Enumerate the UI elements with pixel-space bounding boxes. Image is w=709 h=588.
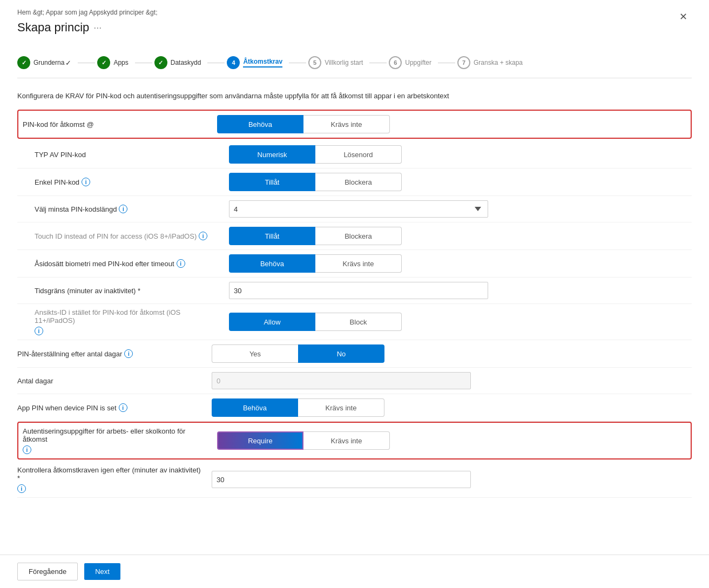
toggle-touch-id: Tillåt Blockera — [229, 227, 692, 245]
toggle-biometri: Behöva Krävs inte — [229, 254, 692, 273]
btn-autentisering-require[interactable]: Require — [217, 431, 303, 450]
footer-bar: Föregående Next — [0, 555, 709, 588]
toggle-pin-type: Numerisk Lösenord — [229, 145, 692, 164]
input-tidsgrans[interactable] — [229, 282, 488, 299]
info-icon-kontrollera[interactable]: i — [17, 484, 26, 493]
info-icon-pin-reset[interactable]: i — [124, 349, 133, 358]
step-label-grunderna: Grunderna — [33, 59, 64, 66]
btn-autentisering-kravs[interactable]: Krävs inte — [303, 431, 390, 450]
step-granska[interactable]: 7 Granska + skapa — [457, 56, 523, 69]
btn-simple-pin-blockera[interactable]: Blockera — [315, 173, 402, 191]
btn-simple-pin-tillat[interactable]: Tillåt — [229, 173, 315, 191]
btn-biometri-kravs[interactable]: Krävs inte — [315, 254, 402, 273]
btn-app-pin-kravs[interactable]: Krävs inte — [298, 398, 384, 417]
btn-ansikts-id-allow[interactable]: Allow — [229, 313, 315, 331]
label-simple-pin: Enkel PIN-kod i — [35, 178, 229, 186]
page-options-dots[interactable]: ··· — [93, 22, 102, 33]
row-tidsgrans: Tidsgräns (minuter av inaktivitet) * — [17, 278, 692, 304]
label-kontrollera: Kontrollera åtkomstkraven igen efter (mi… — [17, 466, 212, 493]
row-pin-access: PIN-kod för åtkomst @ Behöva Krävs inte — [17, 110, 692, 139]
step-circle-uppgifter: 6 — [389, 56, 402, 69]
step-circle-villkorlig: 5 — [308, 56, 321, 69]
step-apps[interactable]: ✓ Apps — [97, 56, 128, 69]
wizard-steps: ✓ Grunderna ✓ ✓ Apps ✓ Dataskydd 4 Åtkom… — [17, 48, 692, 78]
row-touch-id: Touch ID instead of PIN for access (iOS … — [17, 222, 692, 250]
input-kontrollera[interactable] — [212, 471, 471, 488]
page-header: Skapa princip ··· ✕ — [17, 21, 692, 35]
row-pin-type: TYP AV PIN-kod Numerisk Lösenord — [17, 141, 692, 168]
step-sep-2 — [135, 63, 152, 63]
footer-spacer — [17, 498, 692, 541]
toggle-app-pin: Behöva Krävs inte — [212, 398, 692, 417]
description-text: Konfigurera de KRAV för PIN-kod och aute… — [17, 91, 692, 101]
label-tidsgrans: Tidsgräns (minuter av inaktivitet) * — [35, 287, 229, 295]
label-app-pin: App PIN when device PIN is set i — [17, 403, 212, 412]
btn-pin-access-kravs[interactable]: Krävs inte — [303, 115, 390, 133]
step-circle-apps: ✓ — [97, 56, 110, 69]
step-sep-3 — [207, 63, 225, 63]
input-antal-dagar[interactable] — [212, 372, 471, 389]
info-icon-app-pin[interactable]: i — [119, 403, 127, 412]
toggle-pin-reset: Yes No — [212, 344, 692, 363]
toggle-simple-pin: Tillåt Blockera — [229, 173, 692, 191]
label-pin-reset: PIN-återställning efter antal dagar i — [17, 349, 212, 358]
label-touch-id: Touch ID instead of PIN for access (iOS … — [35, 232, 229, 240]
page-title: Skapa princip — [17, 21, 89, 35]
close-button[interactable]: ✕ — [675, 9, 692, 25]
row-ansikts-id: Ansikts-ID i stället för PIN-kod för åtk… — [17, 304, 692, 340]
step-uppgifter[interactable]: 6 Uppgifter — [389, 56, 431, 69]
step-label-apps: Apps — [113, 59, 128, 66]
next-button[interactable]: Next — [84, 563, 120, 580]
select-wrapper-pin-length: 4 6 8 — [229, 200, 488, 218]
btn-touch-id-blockera[interactable]: Blockera — [315, 227, 402, 245]
step-label-dataskydd: Dataskydd — [171, 59, 201, 66]
row-kontrollera: Kontrollera åtkomstkraven igen efter (mi… — [17, 462, 692, 498]
label-autentisering: Autentiseringsuppgifter för arbets- elle… — [23, 427, 217, 454]
step-atkomstkrav[interactable]: 4 Åtkomstkrav — [227, 56, 282, 69]
row-min-pin-length: Välj minsta PIN-kodslängd i 4 6 8 — [17, 196, 692, 222]
toggle-ansikts-id: Allow Block — [229, 313, 692, 331]
step-label-granska: Granska + skapa — [474, 59, 523, 66]
btn-app-pin-behova[interactable]: Behöva — [212, 398, 298, 417]
btn-touch-id-tillat[interactable]: Tillåt — [229, 227, 315, 245]
row-autentisering: Autentiseringsuppgifter för arbets- elle… — [17, 422, 692, 459]
label-antal-dagar: Antal dagar — [17, 377, 212, 385]
info-icon-ansikts-id[interactable]: i — [35, 327, 43, 335]
label-ansikts-id: Ansikts-ID i stället för PIN-kod för åtk… — [35, 308, 229, 335]
label-biometri: Åsidosätt biometri med PIN-kod efter tim… — [35, 259, 229, 268]
row-antal-dagar: Antal dagar — [17, 368, 692, 394]
step-circle-granska: 7 — [457, 56, 470, 69]
form-section: PIN-kod för åtkomst @ Behöva Krävs inte … — [17, 110, 692, 498]
step-label-atkomstkrav: Åtkomstkrav — [243, 58, 282, 67]
step-checkmark-grunderna: ✓ — [65, 59, 71, 67]
step-circle-atkomstkrav: 4 — [227, 56, 240, 69]
step-sep-1 — [78, 63, 95, 63]
info-icon-autentisering[interactable]: i — [23, 445, 31, 454]
info-icon-biometri[interactable]: i — [177, 259, 185, 268]
step-grunderna[interactable]: ✓ Grunderna ✓ — [17, 56, 71, 69]
step-dataskydd[interactable]: ✓ Dataskydd — [154, 56, 201, 69]
btn-pin-reset-yes[interactable]: Yes — [212, 344, 298, 363]
step-villkorlig[interactable]: 5 Villkorlig start — [308, 56, 363, 69]
info-icon-simple-pin[interactable]: i — [82, 178, 90, 186]
step-label-villkorlig: Villkorlig start — [325, 59, 363, 66]
row-biometri: Åsidosätt biometri med PIN-kod efter tim… — [17, 250, 692, 278]
btn-biometri-behova[interactable]: Behöva — [229, 254, 315, 273]
breadcrumb: Hem &gt; Appar som jag Appskydd principe… — [17, 9, 692, 16]
step-circle-grunderna: ✓ — [17, 56, 30, 69]
row-simple-pin: Enkel PIN-kod i Tillåt Blockera — [17, 168, 692, 196]
prev-button[interactable]: Föregående — [17, 563, 78, 580]
btn-pin-reset-no[interactable]: No — [298, 344, 384, 363]
info-icon-touch-id[interactable]: i — [199, 232, 207, 240]
label-pin-type: TYP AV PIN-kod — [35, 151, 229, 159]
label-pin-access: PIN-kod för åtkomst @ — [23, 120, 217, 129]
step-circle-dataskydd: ✓ — [154, 56, 167, 69]
select-pin-length[interactable]: 4 6 8 — [229, 200, 488, 218]
btn-pin-access-behova[interactable]: Behöva — [217, 115, 303, 133]
btn-pin-type-numerisk[interactable]: Numerisk — [229, 145, 315, 164]
btn-pin-type-losenord[interactable]: Lösenord — [315, 145, 402, 164]
info-icon-min-pin[interactable]: i — [119, 205, 127, 213]
row-pin-reset: PIN-återställning efter antal dagar i Ye… — [17, 340, 692, 368]
label-min-pin-length: Välj minsta PIN-kodslängd i — [35, 205, 229, 213]
btn-ansikts-id-block[interactable]: Block — [315, 313, 402, 331]
